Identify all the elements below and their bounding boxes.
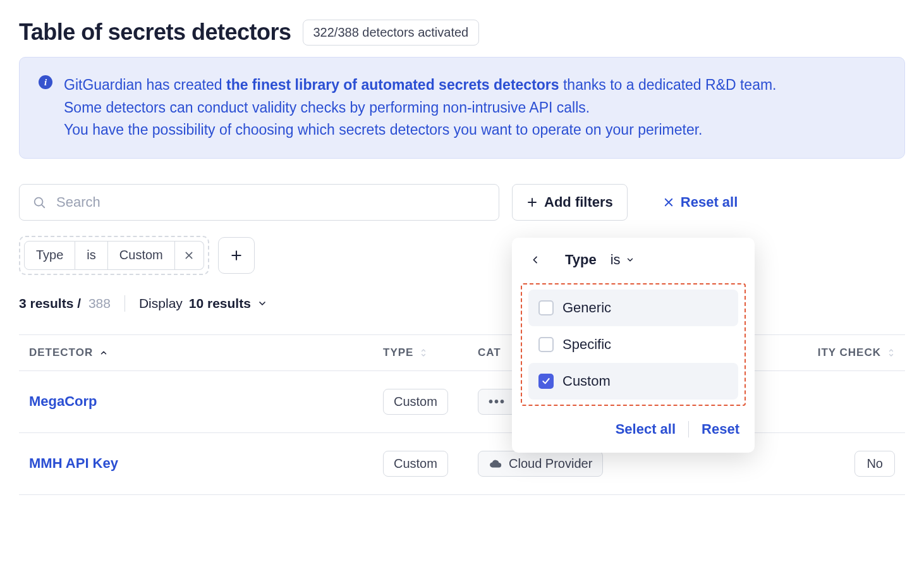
validity-value: No xyxy=(854,451,895,477)
col-category-label: CAT xyxy=(478,346,501,359)
col-type-label: TYPE xyxy=(383,346,413,359)
info-line1-post: thanks to a dedicated R&D team. xyxy=(559,76,777,93)
search-icon xyxy=(32,195,46,209)
separator xyxy=(688,421,689,437)
info-line2: Some detectors can conduct validity chec… xyxy=(64,99,590,116)
search-input[interactable] xyxy=(55,193,486,211)
chevron-down-icon xyxy=(257,298,267,309)
separator xyxy=(125,295,125,312)
info-text: GitGuardian has created the finest libra… xyxy=(64,74,777,142)
checkbox-checked[interactable] xyxy=(538,374,554,389)
info-banner: i GitGuardian has created the finest lib… xyxy=(19,57,905,159)
display-label: Display xyxy=(139,296,183,311)
display-page-size[interactable]: Display 10 results xyxy=(139,296,267,311)
chip-remove-button[interactable] xyxy=(175,241,204,270)
checkbox[interactable] xyxy=(538,300,554,315)
detector-link[interactable]: MegaCorp xyxy=(29,393,97,409)
chip-value: Custom xyxy=(108,241,175,270)
detectors-count-badge: 322/388 detectors activated xyxy=(303,20,480,46)
add-filters-label: Add filters xyxy=(544,194,613,211)
close-icon xyxy=(663,197,674,208)
svg-line-1 xyxy=(42,205,44,207)
popover-options: Generic Specific Custom xyxy=(521,283,746,406)
col-detector-header[interactable]: DETECTOR xyxy=(29,346,363,359)
category-label: Cloud Provider xyxy=(509,456,592,471)
type-tag: Custom xyxy=(383,389,448,415)
col-detector-label: DETECTOR xyxy=(29,346,93,359)
popover-back-button[interactable] xyxy=(526,250,545,269)
popover-title: Type xyxy=(565,252,597,268)
chip-field: Type xyxy=(24,241,75,270)
category-tag: ••• xyxy=(478,389,516,415)
add-filters-button[interactable]: Add filters xyxy=(512,184,628,221)
popover-operator-label: is xyxy=(611,252,621,268)
detectors-table: DETECTOR TYPE CAT xyxy=(19,334,905,495)
popover-option-custom[interactable]: Custom xyxy=(528,363,738,400)
reset-all-button[interactable]: Reset all xyxy=(655,184,746,221)
info-line1-bold: the finest library of automated secrets … xyxy=(226,76,559,93)
search-box[interactable] xyxy=(19,184,499,221)
info-line3: You have the possibility of choosing whi… xyxy=(64,121,702,138)
reset-all-label: Reset all xyxy=(681,194,738,211)
option-label: Custom xyxy=(562,373,611,389)
category-tag: Cloud Provider xyxy=(478,451,603,477)
chevron-down-icon xyxy=(626,255,635,264)
results-total: 388 xyxy=(88,296,111,310)
sort-icon xyxy=(420,348,427,358)
info-line1-pre: GitGuardian has created xyxy=(64,76,226,93)
chip-operator: is xyxy=(75,241,107,270)
popover-operator[interactable]: is xyxy=(611,252,635,268)
display-value: 10 results xyxy=(189,296,251,311)
filter-popover: Type is Generic Specific Custom Select a… xyxy=(512,238,755,453)
col-validity-label: ITY CHECK xyxy=(818,346,881,359)
page-title: Table of secrets detectors xyxy=(19,19,291,46)
ellipsis-icon: ••• xyxy=(489,395,506,409)
add-filter-chip-button[interactable] xyxy=(218,237,255,274)
table-row[interactable]: MegaCorp Custom ••• xyxy=(19,370,905,432)
checkbox[interactable] xyxy=(538,337,554,352)
popover-option-generic[interactable]: Generic xyxy=(528,290,738,326)
cloud-icon xyxy=(489,458,502,468)
reset-button[interactable]: Reset xyxy=(702,421,739,437)
info-icon: i xyxy=(39,75,52,89)
plus-icon xyxy=(526,197,538,208)
col-type-header[interactable]: TYPE xyxy=(383,346,458,359)
table-row[interactable]: MMH API Key Custom Cloud Provider No xyxy=(19,432,905,494)
popover-option-specific[interactable]: Specific xyxy=(528,326,738,363)
type-tag: Custom xyxy=(383,451,448,477)
filter-chip-type[interactable]: Type is Custom xyxy=(19,236,209,275)
sort-asc-icon xyxy=(99,348,108,357)
select-all-button[interactable]: Select all xyxy=(616,421,676,437)
option-label: Generic xyxy=(562,300,611,316)
option-label: Specific xyxy=(562,336,611,353)
sort-icon xyxy=(887,348,895,358)
results-count: 3 results / xyxy=(19,296,81,310)
detector-link[interactable]: MMH API Key xyxy=(29,455,118,471)
